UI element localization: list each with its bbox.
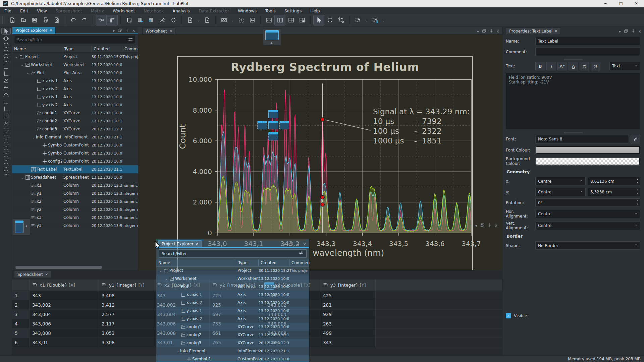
filter-icon[interactable] [299,251,304,256]
floating-tree-row-config2[interactable]: config2XYCurve13.12.2020 10:11 [156,331,309,339]
cell[interactable]: 3.412 [99,300,154,310]
new-datapicker-icon[interactable] [157,15,167,25]
curve-strip-icon[interactable] [1,78,11,84]
row-number[interactable]: 6 [12,338,30,347]
custom-point-marker[interactable] [321,203,324,206]
expander-icon[interactable]: ⌄ [20,63,24,67]
dash-box8-icon[interactable] [1,155,11,161]
floating-tree-row-worksheet[interactable]: ⌄WorksheetWorksheet13.12.2020 10:01 [156,275,309,283]
tree-row-symbol-1[interactable]: Symbol 1CustomPoint28.12.2020 10:06 [12,141,138,149]
dock-float-icon[interactable] [482,29,486,34]
vert-alignment[interactable]: Centre [535,222,640,230]
maximize-button[interactable]: □ [613,0,629,7]
cell[interactable]: 343,008 [30,328,99,338]
floating-tab-project-explorer[interactable]: Project Explorer ✕ [158,240,202,247]
tree-row-spreadsheet[interactable]: ⌄SpreadsheetSpreadsheet13.12.2020 10:08 [12,173,138,181]
sheet-column-header-1[interactable]: x1 {Double} [X] [30,280,99,291]
text-strip-icon[interactable] [1,113,11,119]
font-colour[interactable] [535,146,640,154]
close-icon[interactable]: ✕ [50,28,52,32]
zoom-select-icon[interactable] [353,15,363,25]
cell[interactable]: 425 [320,291,376,300]
menu-file[interactable]: File [0,8,16,14]
splitter-grip[interactable] [506,131,640,133]
tab-spreadsheet[interactable]: Spreadsheet ✕ [14,271,51,278]
floating-tree-row-plot[interactable]: ⌄PlotPlot Area13.12.2020 10:01 [156,283,309,291]
dock-float-icon[interactable] [624,29,628,34]
cell[interactable]: 3.308 [99,338,154,347]
tree-row-config2[interactable]: config2XYCurve13.12.2020 10:11 [12,117,138,125]
text-content[interactable]: Field ionisation: 900VStark splitting: -… [506,73,640,129]
dock-float-icon[interactable] [289,242,293,247]
tree-row-y-axis-2[interactable]: y axis 2Axis13.12.2020 10:01 [12,101,138,109]
floating-tree-row-x-axis-2[interactable]: x axis 2Axis13.12.2020 10:01 [156,299,309,307]
floating-tree-row-symbol-1[interactable]: Symbol 1CustomPoint28.12.2020 10:06 [156,355,309,362]
expander-icon[interactable]: ⌄ [158,269,163,273]
dash-box9-icon[interactable] [1,162,11,168]
new-matrix-icon[interactable] [146,15,156,25]
visible-checkbox[interactable]: ✓ [506,313,511,318]
x-position-combo[interactable]: Centre [535,177,586,185]
column-header-created[interactable]: Created [259,259,289,266]
tree-row-text-label[interactable]: Text LabelTextLabel20.12.2020 21:13 [12,165,138,173]
tree-row-y3[interactable]: y3Column20.12.2020 13:56integer da [12,222,138,230]
dock-float-icon[interactable] [480,223,485,228]
text-mode-combo[interactable]: Text [609,62,640,70]
cell[interactable]: 2.117 [99,319,154,328]
menu-view[interactable]: View [33,8,51,14]
dash-box-icon[interactable] [1,43,11,49]
row-number[interactable]: 1 [12,291,30,300]
new-workbook-icon[interactable] [124,15,134,25]
print-icon[interactable] [40,15,51,25]
new-note-icon[interactable] [168,15,178,25]
floating-tree-row-x-axis-1[interactable]: x axis 1Axis13.12.2020 10:01 [156,291,309,299]
column-header-name[interactable]: Name [12,46,62,52]
search-input[interactable]: Search/Filter [14,36,136,44]
menu-help[interactable]: Help [306,8,324,14]
hor-alignment[interactable]: Centre [535,210,640,218]
open-file-icon[interactable] [18,15,29,25]
dock-pin-icon[interactable] [125,28,129,34]
menu-tools[interactable]: Tools [261,8,280,14]
navigate-hand-icon[interactable] [325,15,335,25]
background-colour[interactable] [535,157,640,166]
chevron-down-icon[interactable]: ⌄ [230,15,235,25]
menu-windows[interactable]: Windows [233,8,261,14]
tree-row-x-axis-1[interactable]: x axis 1Axis13.12.2020 10:01 [12,77,138,85]
sheet-column-header-2[interactable]: y1 {Integer} [Y] [99,280,154,291]
dock-close-icon[interactable]: ✕ [638,29,641,34]
dash-box7-icon[interactable] [1,148,11,154]
floating-tree-row-config1[interactable]: config1XYCurve13.12.2020 10:09 [156,323,309,331]
tree-row-y-axis-1[interactable]: y axis 1Axis13.12.2020 10:01 [12,93,138,101]
new-file-icon[interactable] [7,15,17,25]
print-preview-icon[interactable] [51,15,62,25]
y-position-spinbox[interactable]: 5,3238 cm [588,188,640,196]
pointer-sel-icon[interactable] [1,28,11,35]
tree-row-y2[interactable]: y2Column20.12.2020 13:55integer da [12,205,138,214]
tree-row-config2[interactable]: config2CustomPoint28.12.2020 10:06 [12,157,138,165]
dock-menu-icon[interactable]: ▾ [619,29,621,34]
tree-row-x1[interactable]: x1Column20.12.2020 12:39numerical [12,181,138,189]
axisb-strip-icon[interactable] [1,99,11,105]
tree-row-config3[interactable]: config3XYCurve20.12.2020 12:39 [12,125,138,133]
row-number[interactable]: 2 [12,300,30,310]
close-icon[interactable]: ✕ [45,273,48,276]
crosshair-icon[interactable] [1,36,11,42]
floating-column-headers[interactable]: NameTypeCreatedCommen [156,259,309,266]
row-number[interactable]: 4 [12,319,30,328]
close-button[interactable]: ✕ [629,0,644,7]
menu-edit[interactable]: Edit [16,8,33,14]
new-plot-icon[interactable] [219,15,229,25]
cell[interactable]: 3.408 [99,291,154,300]
layout-edit-icon[interactable] [297,15,307,25]
custom-point-marker[interactable] [321,195,324,199]
menu-analysis[interactable]: Analysis [168,8,194,14]
column-header-type[interactable]: Type [236,259,259,266]
expander-icon[interactable]: ⌄ [170,285,174,289]
x-position-spinbox[interactable]: 8,61136 cm [588,177,640,185]
chevron-down-icon[interactable]: ⌄ [381,15,386,25]
cell[interactable]: 343 [320,338,376,347]
dock-pin-icon[interactable] [296,242,300,247]
dock-menu-icon[interactable]: ▾ [475,224,477,228]
cell[interactable]: 499 [320,328,376,338]
